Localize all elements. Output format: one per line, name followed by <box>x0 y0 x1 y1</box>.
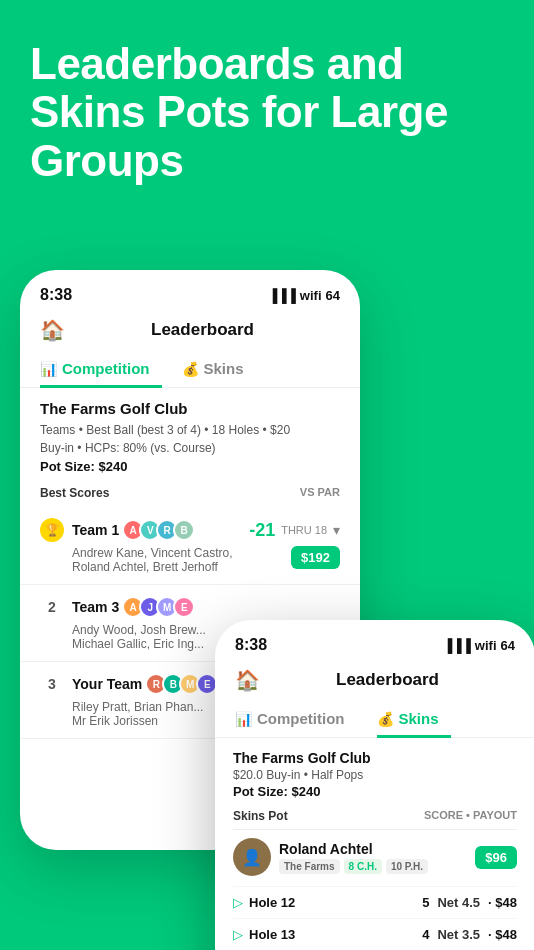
hole-payout-13: · $48 <box>488 927 517 942</box>
club-details-1: Teams • Best Ball (best 3 of 4) • 18 Hol… <box>40 421 340 439</box>
tab-skins-label-overlay: Skins <box>399 710 439 727</box>
nav-title-main: Leaderboard <box>65 320 340 340</box>
phone-main: 8:38 ▐▐▐ wifi 64 🏠 Leaderboard 📊 Competi… <box>20 270 514 850</box>
phone-overlay: 8:38 ▐▐▐ wifi 64 🏠 Leaderboard 📊 Competi… <box>215 620 534 950</box>
team-members-1b: Roland Achtel, Brett Jerhoff <box>72 560 233 574</box>
skins-header: Skins Pot SCORE • PAYOUT <box>233 809 517 830</box>
payout-badge-1: $192 <box>291 546 340 569</box>
hole-score-13: 4 <box>422 927 429 942</box>
team-name-2: Team 3 <box>72 599 119 615</box>
tab-competition-overlay[interactable]: 📊 Competition <box>235 702 357 738</box>
score-right-1: -21 THRU 18 ▾ <box>249 520 340 541</box>
time-main: 8:38 <box>40 286 72 304</box>
tab-competition-label-main: Competition <box>62 360 150 377</box>
nav-title-overlay: Leaderboard <box>260 670 515 690</box>
hole-score-12: 5 <box>422 895 429 910</box>
winner-payout: $96 <box>475 846 517 869</box>
skins-pot-size: Pot Size: $240 <box>233 784 517 799</box>
hole-info-13: ▷ Hole 13 <box>233 927 295 942</box>
thru-1: THRU 18 <box>281 524 327 536</box>
hole-right-12: 5 Net 4.5 · $48 <box>422 895 517 910</box>
winner-ph-tag: 10 P.H. <box>386 859 428 874</box>
avatars-3: R B M E <box>150 673 218 695</box>
score-payout-label: SCORE • PAYOUT <box>424 809 517 823</box>
tab-skins-label-main: Skins <box>204 360 244 377</box>
hole-row-12[interactable]: ▷ Hole 12 5 Net 4.5 · $48 <box>233 886 517 918</box>
winner-info: 👤 Roland Achtel The Farms 8 C.H. 10 P.H. <box>233 838 428 876</box>
net-score-13: Net 3.5 <box>437 927 480 942</box>
team-members-1a: Andrew Kane, Vincent Castro, <box>72 546 233 560</box>
trophy-icon-1: 🏆 <box>45 523 60 537</box>
tab-competition-label-overlay: Competition <box>257 710 345 727</box>
winner-name: Roland Achtel <box>279 841 428 857</box>
vs-par-label: VS PAR <box>300 486 340 500</box>
pot-size-main: Pot Size: $240 <box>40 459 340 474</box>
hole-right-13: 4 Net 3.5 · $48 <box>422 927 517 942</box>
rank-number-2: 2 <box>48 599 56 615</box>
time-overlay: 8:38 <box>235 636 267 654</box>
winner-avatar: 👤 <box>233 838 271 876</box>
skins-club-section: The Farms Golf Club $20.0 Buy-in • Half … <box>215 750 534 950</box>
team-rank-name-2: 2 Team 3 A J M E <box>40 595 195 619</box>
home-icon-overlay[interactable]: 🏠 <box>235 668 260 692</box>
hole-row-13[interactable]: ▷ Hole 13 4 Net 3.5 · $48 <box>233 918 517 950</box>
home-icon[interactable]: 🏠 <box>40 318 65 342</box>
winner-tags: The Farms 8 C.H. 10 P.H. <box>279 859 428 874</box>
best-scores-label: Best Scores <box>40 486 109 500</box>
competition-icon-overlay: 📊 <box>235 711 252 727</box>
avatars-2: A J M E <box>127 596 195 618</box>
tab-competition-main[interactable]: 📊 Competition <box>40 352 162 388</box>
status-bar-main: 8:38 ▐▐▐ wifi 64 <box>20 286 360 304</box>
hole-payout-12: · $48 <box>488 895 517 910</box>
battery-main: 64 <box>326 288 340 303</box>
status-icons-main: ▐▐▐ wifi 64 <box>268 288 340 303</box>
status-icons-overlay: ▐▐▐ wifi 64 <box>443 638 515 653</box>
skins-icon-overlay: 💰 <box>377 711 394 727</box>
rank-number-3: 3 <box>48 676 56 692</box>
winner-club-tag: The Farms <box>279 859 340 874</box>
avatar-2d: E <box>173 596 195 618</box>
tab-skins-overlay[interactable]: 💰 Skins <box>377 702 451 738</box>
rank-badge-1: 🏆 <box>40 518 64 542</box>
wifi-icon-overlay: wifi <box>475 638 497 653</box>
skins-pot-label: Skins Pot <box>233 809 288 823</box>
club-name-main: The Farms Golf Club <box>40 400 340 417</box>
team-name-3: Your Team <box>72 676 142 692</box>
winner-row: 👤 Roland Achtel The Farms 8 C.H. 10 P.H.… <box>233 838 517 876</box>
avatar-1d: B <box>173 519 195 541</box>
nav-bar-main: 🏠 Leaderboard <box>20 312 360 348</box>
tab-skins-main[interactable]: 💰 Skins <box>182 352 256 388</box>
avatars-1: A V R B <box>127 519 195 541</box>
signal-icon: ▐▐▐ <box>268 288 296 303</box>
hole-flag-icon-13: ▷ <box>233 927 243 942</box>
skins-club-name: The Farms Golf Club <box>233 750 517 766</box>
competition-icon-main: 📊 <box>40 361 57 377</box>
rank-badge-2: 2 <box>40 595 64 619</box>
club-details-2: Buy-in • HCPs: 80% (vs. Course) <box>40 439 340 457</box>
hole-name-13: Hole 13 <box>249 927 295 942</box>
team-row-1[interactable]: 🏆 Team 1 A V R B -21 THRU 18 ▾ <box>20 508 360 585</box>
battery-overlay: 64 <box>501 638 515 653</box>
hero-section: Leaderboards and Skins Pots for Large Gr… <box>0 0 534 205</box>
winner-ch-tag: 8 C.H. <box>344 859 382 874</box>
hole-flag-icon-12: ▷ <box>233 895 243 910</box>
team-rank-name-3: 3 Your Team R B M E <box>40 672 218 696</box>
team-name-1: Team 1 <box>72 522 119 538</box>
scores-header: Best Scores VS PAR <box>20 486 360 500</box>
status-bar-overlay: 8:38 ▐▐▐ wifi 64 <box>215 636 534 654</box>
net-score-12: Net 4.5 <box>437 895 480 910</box>
nav-bar-overlay: 🏠 Leaderboard <box>215 662 534 698</box>
chevron-down-1[interactable]: ▾ <box>333 522 340 538</box>
club-info-main: The Farms Golf Club Teams • Best Ball (b… <box>20 400 360 486</box>
skins-icon-main: 💰 <box>182 361 199 377</box>
hole-name-12: Hole 12 <box>249 895 295 910</box>
rank-badge-3: 3 <box>40 672 64 696</box>
wifi-icon: wifi <box>300 288 322 303</box>
signal-icon-overlay: ▐▐▐ <box>443 638 471 653</box>
skins-club-details: $20.0 Buy-in • Half Pops <box>233 768 517 782</box>
team-rank-name-1: 🏆 Team 1 A V R B <box>40 518 195 542</box>
tabs-overlay: 📊 Competition 💰 Skins <box>215 702 534 738</box>
winner-details: Roland Achtel The Farms 8 C.H. 10 P.H. <box>279 841 428 874</box>
tabs-main: 📊 Competition 💰 Skins <box>20 352 360 388</box>
hero-title: Leaderboards and Skins Pots for Large Gr… <box>30 40 504 185</box>
